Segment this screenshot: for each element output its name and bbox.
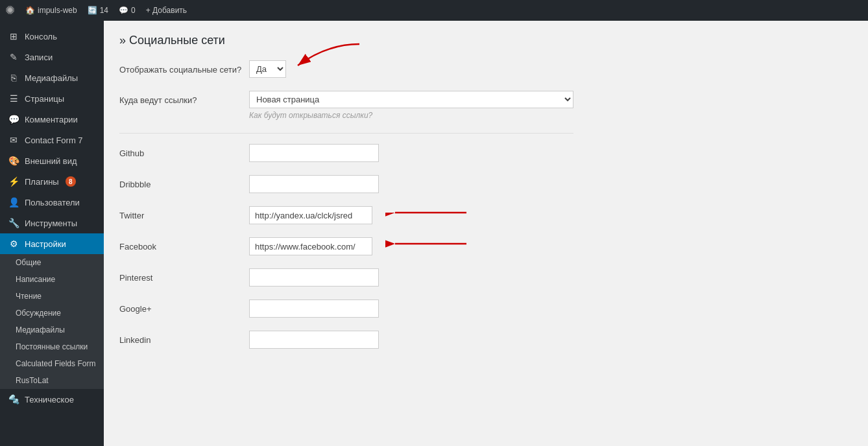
sidebar-sub-general[interactable]: Общие <box>0 254 104 271</box>
twitter-input[interactable] <box>249 206 372 224</box>
wp-logo-icon[interactable]: ✺ <box>5 3 15 18</box>
googleplus-control <box>249 299 573 318</box>
updates-item[interactable]: 🔄 14 <box>88 6 108 15</box>
facebook-row: Facebook <box>119 237 573 255</box>
arrow-annotation-twitter <box>385 200 470 228</box>
sidebar-sub-writing[interactable]: Написание <box>0 271 104 288</box>
dribbble-row: Dribbble <box>119 175 573 193</box>
console-icon: ⊞ <box>8 31 19 41</box>
googleplus-label: Google+ <box>119 299 249 315</box>
section-divider-1 <box>119 133 573 134</box>
sidebar-item-technical[interactable]: 🔩 Техническое <box>0 389 104 410</box>
links-control: Новая страница Текущая страница Как буду… <box>249 91 573 120</box>
comments-nav-icon: 💬 <box>8 114 19 124</box>
sidebar-item-label: Техническое <box>25 395 74 405</box>
sidebar-sub-media[interactable]: Медиафайлы <box>0 322 104 338</box>
sidebar-item-label: Плагины <box>25 177 59 187</box>
sidebar-item-label: Медиафайлы <box>25 73 78 83</box>
linkedin-control <box>249 331 573 349</box>
plugins-badge: 8 <box>66 176 76 187</box>
googleplus-row: Google+ <box>119 299 573 318</box>
github-label: Github <box>119 144 249 159</box>
github-row: Github <box>119 144 573 162</box>
twitter-label: Twitter <box>119 206 249 222</box>
links-select[interactable]: Новая страница Текущая страница <box>249 91 573 108</box>
pinterest-row: Pinterest <box>119 268 573 287</box>
twitter-row: Twitter <box>119 206 573 224</box>
pinterest-label: Pinterest <box>119 268 249 284</box>
dribbble-input[interactable] <box>249 175 379 193</box>
linkedin-input[interactable] <box>249 331 379 349</box>
sidebar-item-label: Консоль <box>25 32 57 41</box>
facebook-input[interactable] <box>249 237 372 255</box>
contact-form-icon: ✉ <box>8 135 19 145</box>
googleplus-input[interactable] <box>249 299 379 318</box>
links-hint: Как будут открываться ссылки? <box>249 111 573 120</box>
github-control <box>249 144 573 162</box>
sidebar-item-plugins[interactable]: ⚡ Плагины 8 <box>0 171 104 192</box>
twitter-control <box>249 206 573 224</box>
sidebar-item-label: Внешний вид <box>25 156 77 166</box>
sidebar-item-appearance[interactable]: 🎨 Внешний вид <box>0 150 104 171</box>
comments-item[interactable]: 💬 0 <box>119 6 136 15</box>
sidebar-item-users[interactable]: 👤 Пользователи <box>0 192 104 213</box>
arrow-annotation-facebook <box>385 231 470 259</box>
linkedin-row: Linkedin <box>119 331 573 349</box>
links-row: Куда ведут ссылки? Новая страница Текуща… <box>119 91 573 120</box>
plugins-icon: ⚡ <box>8 176 19 187</box>
show-social-label: Отображать социальные сети? <box>119 60 249 76</box>
pages-icon: ☰ <box>8 93 19 104</box>
linkedin-label: Linkedin <box>119 331 249 346</box>
sidebar-item-label: Contact Form 7 <box>25 135 83 145</box>
settings-icon: ⚙ <box>8 239 19 249</box>
appearance-icon: 🎨 <box>8 156 19 166</box>
pinterest-input[interactable] <box>249 268 379 287</box>
facebook-label: Facebook <box>119 237 249 253</box>
main-content: » Социальные сети Отображать социальные … <box>104 21 868 446</box>
settings-submenu: Общие Написание Чтение Обсуждение Медиаф… <box>0 254 104 389</box>
add-new-item[interactable]: + Добавить <box>146 6 187 15</box>
sidebar-item-label: Пользователи <box>25 198 80 207</box>
updates-icon: 🔄 <box>88 6 97 15</box>
show-social-select-wrap: Да Нет <box>249 60 573 78</box>
github-input[interactable] <box>249 144 379 162</box>
sidebar-item-tools[interactable]: 🔧 Инструменты <box>0 213 104 233</box>
technical-icon: 🔩 <box>8 394 19 405</box>
show-social-select[interactable]: Да Нет <box>249 60 286 78</box>
site-name[interactable]: 🏠 impuls-web <box>25 6 77 15</box>
dribbble-control <box>249 175 573 193</box>
sidebar-sub-reading[interactable]: Чтение <box>0 288 104 305</box>
settings-form: Отображать социальные сети? Да Нет <box>119 60 573 349</box>
media-icon: ⎘ <box>8 73 19 83</box>
sidebar-item-settings[interactable]: ⚙ Настройки <box>0 233 104 254</box>
pinterest-control <box>249 268 573 287</box>
dribbble-label: Dribbble <box>119 175 249 191</box>
site-home-icon: 🏠 <box>25 6 35 15</box>
posts-icon: ✎ <box>8 52 19 62</box>
sidebar-sub-rustolat[interactable]: RusToLat <box>0 372 104 389</box>
wp-icon: ✺ <box>5 3 15 18</box>
sidebar-item-comments[interactable]: 💬 Комментарии <box>0 109 104 130</box>
sidebar-item-label: Записи <box>25 53 53 62</box>
sidebar-item-posts[interactable]: ✎ Записи <box>0 47 104 67</box>
sidebar-sub-permalinks[interactable]: Постоянные ссылки <box>0 338 104 355</box>
links-label: Куда ведут ссылки? <box>119 91 249 106</box>
sidebar-item-label: Страницы <box>25 94 64 104</box>
comments-icon: 💬 <box>119 6 128 15</box>
sidebar-item-console[interactable]: ⊞ Консоль <box>0 26 104 47</box>
sidebar-sub-calc-fields[interactable]: Calculated Fields Form <box>0 355 104 372</box>
show-social-control: Да Нет <box>249 60 573 78</box>
sidebar-item-label: Инструменты <box>25 218 77 228</box>
users-icon: 👤 <box>8 197 19 207</box>
sidebar-item-pages[interactable]: ☰ Страницы <box>0 88 104 109</box>
sidebar-item-media[interactable]: ⎘ Медиафайлы <box>0 67 104 88</box>
sidebar-item-label: Комментарии <box>25 115 78 124</box>
sidebar-item-contact-form[interactable]: ✉ Contact Form 7 <box>0 130 104 150</box>
tools-icon: 🔧 <box>8 218 19 228</box>
facebook-control <box>249 237 573 255</box>
show-social-row: Отображать социальные сети? Да Нет <box>119 60 573 78</box>
sidebar-item-label: Настройки <box>25 239 66 249</box>
page-title: » Социальные сети <box>119 34 852 47</box>
sidebar-sub-discussion[interactable]: Обсуждение <box>0 305 104 322</box>
